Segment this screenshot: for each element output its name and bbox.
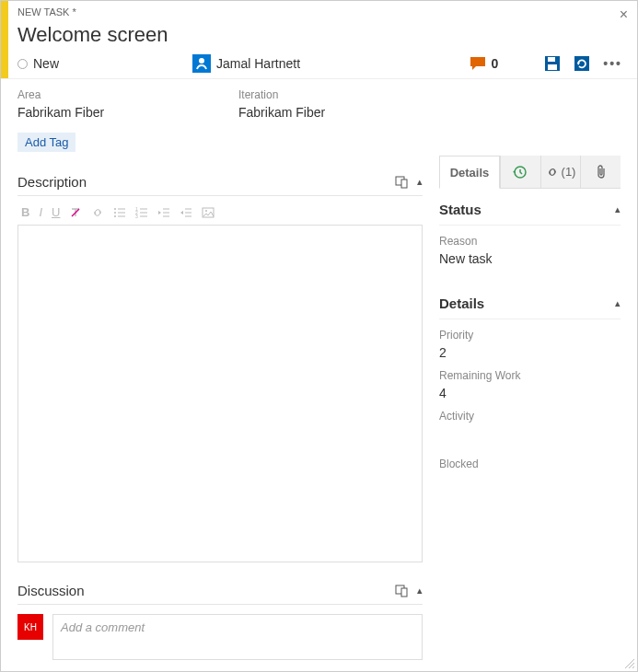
outdent-button[interactable] xyxy=(157,206,170,219)
close-button[interactable]: × xyxy=(620,6,628,23)
svg-marker-2 xyxy=(472,66,476,70)
collapse-discussion-button[interactable] xyxy=(417,585,423,597)
right-column: Details (1) Status Reason New task D xyxy=(439,152,637,671)
current-user-avatar: KH xyxy=(17,614,43,640)
links-count: (1) xyxy=(562,165,576,179)
svg-rect-6 xyxy=(574,56,589,71)
more-actions-button[interactable]: ••• xyxy=(603,56,622,71)
status-group-header[interactable]: Status xyxy=(439,189,621,226)
discussion-section-header: Discussion xyxy=(17,579,423,605)
discussion-count[interactable]: 0 xyxy=(470,56,498,71)
bold-button[interactable]: B xyxy=(21,205,29,219)
italic-button[interactable]: I xyxy=(39,205,42,219)
svg-point-11 xyxy=(114,208,116,210)
blocked-field[interactable] xyxy=(439,474,621,489)
tab-history[interactable] xyxy=(500,156,540,188)
area-field[interactable]: Area Fabrikam Fiber xyxy=(17,88,238,123)
reason-label: Reason xyxy=(439,235,621,248)
details-group-title: Details xyxy=(439,295,615,311)
work-item-form: × NEW TASK * Welcome screen New xyxy=(0,0,638,672)
attachment-icon xyxy=(595,165,608,180)
state-label: New xyxy=(33,56,59,71)
classification-section: Area Fabrikam Fiber Iteration Fabrikam F… xyxy=(1,78,637,152)
link-button[interactable] xyxy=(91,206,104,219)
image-button[interactable] xyxy=(202,206,215,219)
assignee-label: Jamal Hartnett xyxy=(216,56,300,71)
remaining-work-label: Remaining Work xyxy=(439,369,621,382)
number-list-button[interactable]: 123 xyxy=(135,206,148,219)
svg-rect-1 xyxy=(470,57,485,66)
collapse-details-button[interactable] xyxy=(615,297,621,309)
avatar-icon xyxy=(192,54,211,73)
maximize-discussion-button[interactable] xyxy=(395,585,408,597)
svg-point-0 xyxy=(199,58,204,64)
clear-format-button[interactable] xyxy=(69,206,82,219)
svg-marker-27 xyxy=(180,211,183,214)
svg-point-13 xyxy=(114,212,116,214)
add-tag-button[interactable]: Add Tag xyxy=(17,133,75,152)
reason-field[interactable]: New task xyxy=(439,251,621,266)
indent-button[interactable] xyxy=(180,206,192,219)
form-body: Description B I U 123 xyxy=(1,152,637,671)
form-header: NEW TASK * Welcome screen New Jamal xyxy=(1,1,637,78)
right-tabs: Details (1) xyxy=(439,156,621,189)
history-icon xyxy=(513,165,528,180)
header-toolbar: ••• xyxy=(544,55,622,72)
area-value: Fabrikam Fiber xyxy=(17,101,238,123)
dirty-indicator: * xyxy=(73,6,76,17)
status-group-title: Status xyxy=(439,202,615,217)
blocked-label: Blocked xyxy=(439,458,621,470)
type-color-bar xyxy=(1,1,8,78)
svg-point-15 xyxy=(114,215,116,217)
details-group-header[interactable]: Details xyxy=(439,283,621,319)
description-editor[interactable] xyxy=(17,225,423,562)
iteration-field[interactable]: Iteration Fabrikam Fiber xyxy=(238,88,459,123)
title-field[interactable]: Welcome screen xyxy=(17,23,622,47)
refresh-button[interactable] xyxy=(574,55,590,72)
svg-point-32 xyxy=(205,210,207,212)
svg-rect-9 xyxy=(401,180,407,188)
iteration-label: Iteration xyxy=(238,88,459,101)
tab-links[interactable]: (1) xyxy=(540,156,581,188)
remaining-work-field[interactable]: 4 xyxy=(439,386,621,400)
activity-label: Activity xyxy=(439,410,621,423)
left-column: Description B I U 123 xyxy=(1,152,439,671)
svg-rect-4 xyxy=(548,57,555,62)
state-dot-icon xyxy=(17,59,28,69)
collapse-description-button[interactable] xyxy=(417,176,423,189)
svg-rect-34 xyxy=(401,588,407,597)
svg-text:3: 3 xyxy=(135,214,138,219)
state-field[interactable]: New xyxy=(17,56,192,71)
resize-grip-icon[interactable] xyxy=(622,656,635,669)
svg-line-39 xyxy=(632,666,634,668)
add-comment-input[interactable]: Add a comment xyxy=(52,614,423,660)
assigned-to-field[interactable]: Jamal Hartnett xyxy=(192,54,395,73)
activity-field[interactable] xyxy=(439,426,621,441)
description-section-header: Description xyxy=(17,170,423,196)
work-item-type: NEW TASK * xyxy=(17,3,622,17)
underline-button[interactable]: U xyxy=(52,205,60,219)
area-label: Area xyxy=(17,88,238,101)
rich-text-toolbar: B I U 123 xyxy=(17,196,423,225)
iteration-value: Fabrikam Fiber xyxy=(238,101,459,123)
description-title: Description xyxy=(17,174,395,190)
comment-icon xyxy=(470,57,487,70)
save-button[interactable] xyxy=(544,55,561,72)
maximize-description-button[interactable] xyxy=(395,176,408,189)
tab-attachments[interactable] xyxy=(580,156,621,188)
comment-count-value: 0 xyxy=(491,56,498,71)
discussion-title: Discussion xyxy=(17,583,395,598)
link-icon xyxy=(546,166,559,179)
priority-label: Priority xyxy=(439,329,621,342)
collapse-status-button[interactable] xyxy=(615,203,621,215)
svg-marker-23 xyxy=(158,211,161,214)
svg-rect-5 xyxy=(548,64,557,70)
bullet-list-button[interactable] xyxy=(113,206,126,219)
priority-field[interactable]: 2 xyxy=(439,345,621,360)
tab-details[interactable]: Details xyxy=(439,156,500,189)
work-item-type-label: NEW TASK xyxy=(17,6,69,17)
